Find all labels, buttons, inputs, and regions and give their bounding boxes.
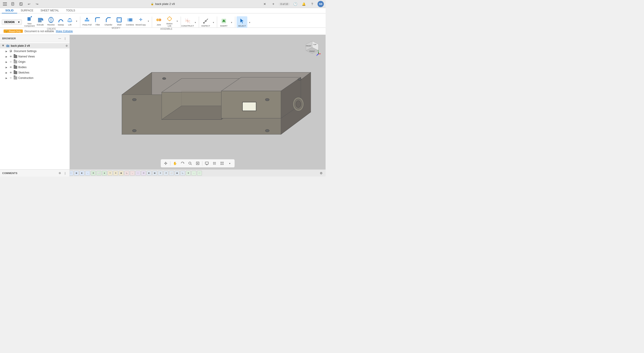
tool-inspect-more[interactable]: ▾ — [211, 16, 216, 28]
tool-inspect[interactable]: INSPECT — [200, 16, 211, 28]
tool-revolve[interactable]: Revolve — [46, 15, 56, 27]
root-arrow[interactable]: ▶ — [2, 44, 5, 47]
timeline-op-20[interactable]: ⊡ — [141, 171, 146, 176]
bodies-eye-icon[interactable]: 👁 — [9, 65, 12, 69]
vp-more-display-button[interactable] — [219, 160, 225, 166]
redo-button[interactable]: ↪ — [34, 1, 40, 7]
root-settings-icon[interactable]: ⚙ — [66, 44, 68, 47]
notifications-button[interactable]: 🔔 — [300, 1, 307, 7]
timeline-op-19[interactable]: ⬚ — [136, 171, 140, 176]
sidebar-pin-button[interactable]: | — [63, 36, 67, 41]
design-dropdown[interactable]: DESIGN ▾ — [2, 19, 22, 25]
timeline-op-29[interactable]: ◟ — [192, 171, 196, 176]
tool-modify-more[interactable]: ▾ — [146, 15, 150, 27]
timeline-op-8[interactable]: ▦ — [74, 171, 79, 176]
vp-display-more-btn[interactable]: ▾ — [226, 160, 233, 166]
tool-assemble-more[interactable]: ▾ — [175, 15, 179, 27]
timeline-op-26[interactable]: ▣ — [175, 171, 180, 176]
vp-orbit-snap-button[interactable] — [162, 160, 169, 166]
tool-new-component[interactable]: NewComponent — [24, 14, 35, 28]
save-button[interactable] — [18, 1, 24, 7]
tree-node-root[interactable]: ▶ back plate 2 v9 ⚙ — [0, 43, 70, 48]
timeline-op-15[interactable]: ⊕ — [113, 171, 118, 176]
vp-zoom-window-button[interactable] — [194, 160, 201, 166]
tab-tools[interactable]: TOOLS — [62, 8, 79, 13]
doc-settings-arrow[interactable]: ▶ — [5, 50, 8, 53]
timeline-op-25[interactable]: ⬜ — [169, 171, 174, 176]
tool-fillet[interactable]: Fillet — [92, 15, 103, 27]
sketches-arrow[interactable]: ▶ — [5, 71, 8, 74]
vp-zoom-fit-button[interactable] — [187, 160, 193, 166]
close-tab-button[interactable]: ✕ — [262, 1, 268, 7]
timeline-op-27[interactable]: ◺ — [180, 171, 185, 176]
vp-pan-button[interactable]: ✋ — [172, 160, 178, 166]
named-views-arrow[interactable]: ▶ — [5, 55, 8, 58]
tool-construct[interactable]: CONSTRUCT — [182, 16, 193, 28]
timeline-op-12[interactable]: ⬜ — [96, 171, 101, 176]
tool-sweep[interactable]: Sweep — [56, 15, 65, 27]
timeline-op-11[interactable]: ⊞ — [91, 171, 96, 176]
tool-shell[interactable]: Shell — [114, 15, 124, 27]
tool-construct-more[interactable]: ▾ — [193, 16, 198, 28]
timeline-op-23[interactable]: ⊕ — [158, 171, 163, 176]
sidebar-collapse-button[interactable]: — — [58, 36, 62, 41]
tab-surface[interactable]: SURFACE — [17, 8, 37, 13]
timeline-op-18[interactable]: ◟ — [130, 171, 135, 176]
tab-sheetmetal[interactable]: SHEET METAL — [37, 8, 62, 13]
tool-select[interactable]: SELECT — [236, 16, 247, 28]
tree-node-named-views[interactable]: ▶ 👁 Named Views — [0, 54, 70, 59]
viewport[interactable]: TOP FRONT FRONT X Z Y — [70, 35, 326, 169]
origin-eye-icon[interactable]: 👁 — [9, 60, 12, 64]
tool-create-more[interactable]: ▾ — [74, 15, 79, 27]
timeline-op-16[interactable]: ▣ — [119, 171, 124, 176]
construction-eye-icon[interactable]: 👁 — [9, 76, 12, 80]
timeline-op-13[interactable]: ◈ — [102, 171, 107, 176]
timeline-op-22[interactable]: ▦ — [152, 171, 157, 176]
add-tab-button[interactable]: + — [270, 1, 276, 7]
comments-settings-button[interactable]: ⚙ — [58, 171, 62, 175]
make-editable-button[interactable]: Make Editable — [56, 30, 73, 33]
timeline-op-9[interactable]: ◧ — [80, 171, 84, 176]
bodies-arrow[interactable]: ▶ — [5, 66, 8, 69]
tree-node-construction[interactable]: ▶ 👁 Construction — [0, 75, 70, 81]
tool-select-more[interactable]: ▾ — [247, 16, 252, 28]
tree-node-doc-settings[interactable]: ▶ Document Settings — [0, 48, 70, 54]
tool-loft[interactable]: Loft — [65, 15, 74, 27]
clock-button[interactable]: 🕐 — [292, 1, 298, 7]
timeline-op-21[interactable]: ◧ — [147, 171, 152, 176]
undo-button[interactable]: ↩ — [26, 1, 32, 7]
tool-move[interactable]: ✛ Move/Copy — [135, 15, 146, 27]
timeline-settings-button[interactable]: ⚙ — [318, 170, 324, 176]
timeline-op-24[interactable]: ◔ — [164, 171, 168, 176]
tool-combine[interactable]: Combine — [124, 15, 135, 27]
tree-node-bodies[interactable]: ▶ 👁 Bodies — [0, 64, 70, 70]
timeline-op-28[interactable]: ⊞ — [186, 171, 191, 176]
timeline-op-17[interactable]: ◺ — [124, 171, 129, 176]
view-cube[interactable]: TOP FRONT FRONT X Z Y — [303, 39, 321, 57]
tree-node-sketches[interactable]: ▶ 👁 Sketches — [0, 70, 70, 75]
vp-display-settings-button[interactable] — [204, 160, 210, 166]
timeline-op-30[interactable]: ⬚ — [197, 171, 202, 176]
tool-joint[interactable]: Joint — [154, 15, 164, 27]
timeline-op-10[interactable]: ◟ — [85, 171, 90, 176]
construction-arrow[interactable]: ▶ — [5, 76, 8, 79]
tab-solid[interactable]: SOLID — [2, 8, 17, 13]
tool-extrude[interactable]: Extrude — [35, 15, 46, 27]
app-menu-button[interactable] — [2, 1, 8, 7]
file-menu-button[interactable] — [10, 1, 16, 7]
origin-arrow[interactable]: ▶ — [5, 60, 8, 63]
sketches-eye-icon[interactable]: 👁 — [9, 71, 12, 74]
comments-pin-button[interactable]: | — [63, 171, 67, 175]
vp-grid-snap-button[interactable] — [211, 160, 218, 166]
tool-press-pull[interactable]: Press Pull — [82, 15, 92, 27]
help-button[interactable]: ? — [309, 1, 315, 7]
tool-insert[interactable]: INSERT — [218, 16, 229, 28]
tool-insert-more[interactable]: ▾ — [229, 16, 234, 28]
avatar-button[interactable]: SB — [318, 1, 324, 7]
tool-chamfer[interactable]: Chamfer — [103, 15, 114, 27]
timeline-op-14[interactable]: ✛ — [108, 171, 112, 176]
tree-node-origin[interactable]: ▶ 👁 Origin — [0, 59, 70, 64]
vp-orbit-button[interactable] — [179, 160, 186, 166]
tool-motion-link[interactable]: Motion Link — [164, 14, 175, 28]
named-views-eye-icon[interactable]: 👁 — [9, 55, 12, 58]
